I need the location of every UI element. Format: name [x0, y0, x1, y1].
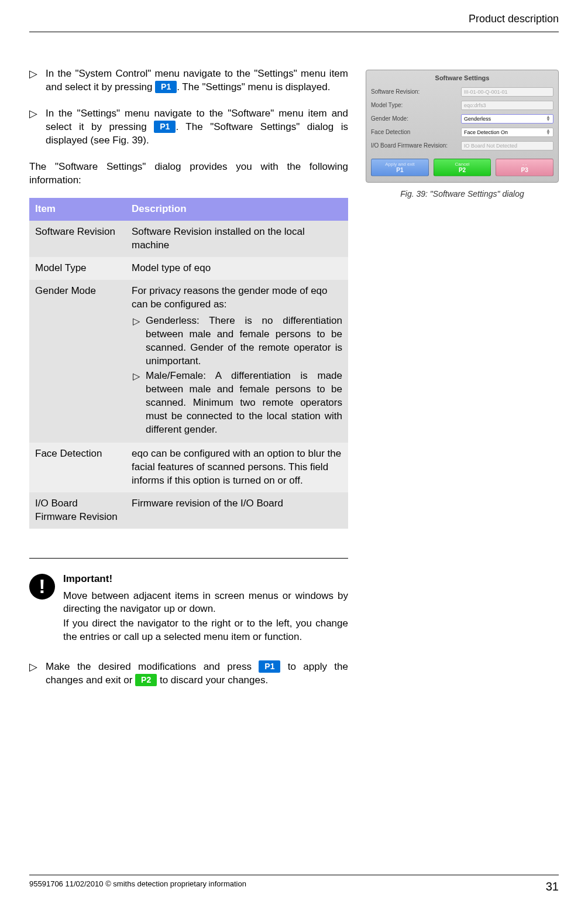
cell-desc: Firmware revision of the I/O Board [126, 492, 348, 529]
page-footer: 95591706 11/02/2010 © smiths detection p… [29, 875, 559, 895]
th-description: Description [126, 198, 348, 221]
sublist-text: Genderless: There is no differentiation … [146, 314, 342, 368]
dialog-title: Software Settings [371, 74, 553, 83]
step-1-text-b: . The "Settings" menu is displayed. [177, 81, 330, 93]
step-list-2: ▷ Make the desired modifications and pre… [29, 660, 348, 687]
table-header-row: Item Description [29, 198, 348, 221]
page-header: Product description [29, 0, 559, 32]
io-board-field: IO Board Not Detected [461, 141, 553, 150]
right-column: Software Settings Software Revision: III… [366, 67, 559, 700]
software-revision-field: III-01-00-Q-001-01 [461, 87, 553, 97]
button-key: P3 [521, 167, 528, 173]
dialog-label: Face Detection [371, 128, 459, 136]
page-number: 31 [546, 879, 559, 895]
dialog-label: Software Revision: [371, 88, 459, 96]
dialog-label: Model Type: [371, 101, 459, 109]
step-list-1: ▷ In the "System Control" menu navigate … [29, 67, 348, 148]
table-row: Model Type Model type of eqo [29, 257, 348, 280]
cell-item: Software Revision [29, 221, 126, 257]
triangle-bullet-icon: ▷ [29, 660, 46, 687]
field-value: Genderless [464, 115, 491, 122]
apply-exit-button[interactable]: Apply and exit P1 [371, 159, 429, 176]
gender-mode-select[interactable]: Genderless▲▼ [461, 114, 553, 124]
important-p1: Move between adjacent items in screen me… [63, 590, 348, 617]
th-item: Item [29, 198, 126, 221]
field-value: eqo:drfs3 [464, 102, 486, 109]
cell-desc: eqo can be configured with an option to … [126, 443, 348, 492]
field-value: Face Detection On [464, 129, 508, 136]
separator-line [29, 558, 348, 559]
intro-paragraph: The "Software Settings" dialog provides … [29, 160, 348, 187]
description-table: Item Description Software Revision Softw… [29, 198, 348, 529]
apply-a: Make the desired modifications and press [46, 661, 259, 672]
important-title: Important! [63, 573, 348, 586]
dialog-button-row: Apply and exit P1 Cancel P2 - - P3 [371, 159, 553, 176]
header-title: Product description [469, 13, 559, 25]
dialog-row-io-board: I/O Board Firmware Revision: IO Board No… [371, 141, 553, 150]
field-value: III-01-00-Q-001-01 [464, 88, 508, 95]
cell-desc: Model type of eqo [126, 257, 348, 280]
dialog-row-model-type: Model Type: eqo:drfs3 [371, 101, 553, 110]
p2-key-icon: P2 [135, 674, 157, 686]
cell-desc: For privacy reasons the gender mode of e… [126, 280, 348, 443]
gender-mode-intro: For privacy reasons the gender mode of e… [132, 285, 328, 310]
gender-mode-sublist: ▷ Genderless: There is no differentiatio… [132, 314, 342, 436]
exclamation-icon: ! [29, 574, 55, 600]
p1-key-icon: P1 [155, 81, 177, 93]
button-key: P2 [459, 167, 466, 173]
cell-desc: Software Revision installed on the local… [126, 221, 348, 257]
p1-key-icon: P1 [154, 121, 176, 133]
cell-item: I/O Board Firmware Revision [29, 492, 126, 529]
sublist-text: Male/Female: A differentiation is made b… [146, 369, 342, 437]
p1-key-icon: P1 [259, 660, 280, 673]
important-note: ! Important! Move between adjacent items… [29, 573, 348, 646]
important-body: Important! Move between adjacent items i… [63, 573, 348, 646]
table-row: Face Detection eqo can be configured wit… [29, 443, 348, 492]
dialog-row-face-detection: Face Detection Face Detection On▲▼ [371, 128, 553, 137]
button-label: Apply and exit [385, 162, 414, 167]
step-1-text: In the "System Control" menu navigate to… [46, 67, 348, 94]
important-p2: If you direct the navigator to the right… [63, 617, 348, 644]
triangle-bullet-icon: ▷ [29, 107, 46, 148]
field-value: IO Board Not Detected [464, 142, 517, 149]
button-label: Cancel [455, 162, 470, 167]
triangle-bullet-icon: ▷ [29, 67, 46, 94]
sublist-item: ▷ Genderless: There is no differentiatio… [132, 314, 342, 368]
dialog-row-software-revision: Software Revision: III-01-00-Q-001-01 [371, 87, 553, 97]
step-2: ▷ In the "Settings" menu navigate to the… [29, 107, 348, 148]
software-settings-dialog: Software Settings Software Revision: III… [366, 70, 559, 183]
table-row: Software Revision Software Revision inst… [29, 221, 348, 257]
button-label: - - [522, 162, 527, 167]
button-key: P1 [396, 167, 403, 173]
face-detection-select[interactable]: Face Detection On▲▼ [461, 128, 553, 137]
cell-item: Face Detection [29, 443, 126, 492]
left-column: ▷ In the "System Control" menu navigate … [29, 67, 348, 700]
apply-step: ▷ Make the desired modifications and pre… [29, 660, 348, 687]
cell-item: Model Type [29, 257, 126, 280]
cell-item: Gender Mode [29, 280, 126, 443]
apply-step-text: Make the desired modifications and press… [46, 660, 348, 687]
main-content: ▷ In the "System Control" menu navigate … [29, 67, 559, 700]
table-row: Gender Mode For privacy reasons the gend… [29, 280, 348, 443]
step-1: ▷ In the "System Control" menu navigate … [29, 67, 348, 94]
figure-caption: Fig. 39: "Software Settings" dialog [366, 189, 559, 200]
dialog-label: I/O Board Firmware Revision: [371, 142, 459, 150]
apply-c: to discard your changes. [157, 674, 268, 686]
table-row: I/O Board Firmware Revision Firmware rev… [29, 492, 348, 529]
footer-copyright: 95591706 11/02/2010 © smiths detection p… [29, 879, 246, 895]
model-type-field: eqo:drfs3 [461, 101, 553, 110]
p3-button[interactable]: - - P3 [496, 159, 553, 176]
dialog-row-gender-mode: Gender Mode: Genderless▲▼ [371, 114, 553, 124]
updown-arrows-icon: ▲▼ [546, 116, 551, 122]
updown-arrows-icon: ▲▼ [546, 129, 551, 135]
cancel-button[interactable]: Cancel P2 [434, 159, 491, 176]
sublist-item: ▷ Male/Female: A differentiation is made… [132, 369, 342, 437]
triangle-bullet-icon: ▷ [132, 314, 146, 368]
dialog-label: Gender Mode: [371, 115, 459, 123]
step-2-text: In the "Settings" menu navigate to the "… [46, 107, 348, 148]
triangle-bullet-icon: ▷ [132, 369, 146, 437]
